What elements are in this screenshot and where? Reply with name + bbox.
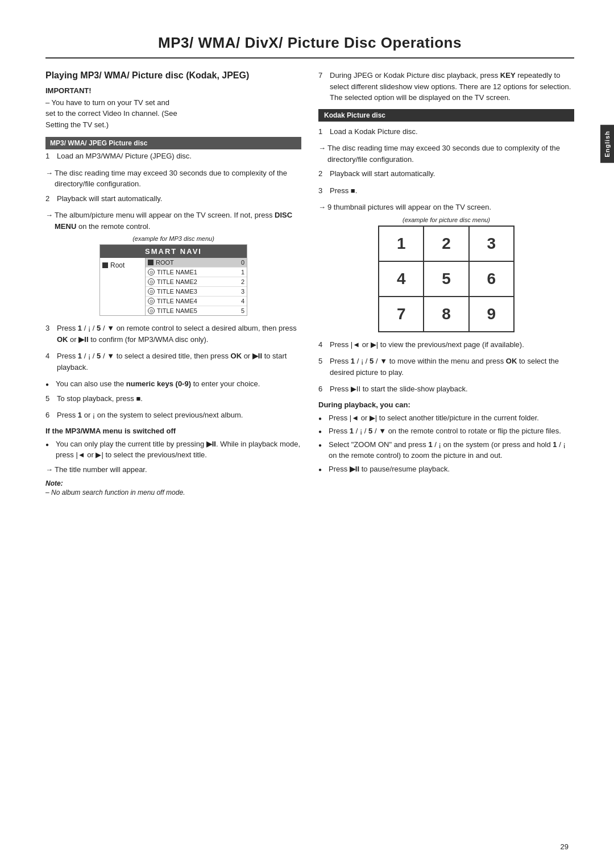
- kodak-step1-arrow: The disc reading time may exceed 30 seco…: [318, 143, 574, 165]
- kodak-step-4: 4 Press |◄ or ▶| to view the previous/ne…: [318, 339, 574, 350]
- step-5: 5 To stop playback, press ■.: [45, 393, 301, 404]
- during-bullet-2: Press 1 / ¡ / 5 / ▼ on the remote contro…: [318, 425, 574, 437]
- page-title: MP3/ WMA/ DivX/ Picture Disc Operations: [45, 34, 574, 59]
- mp3-caption: (example for MP3 disc menu): [45, 235, 301, 242]
- disc-icon-2: ⊙: [148, 278, 155, 285]
- during-playback-title: During playback, you can:: [318, 400, 574, 409]
- during-bullet-4: Press ▶II to pause/resume playback.: [318, 464, 574, 475]
- note-section: Note: – No album search function in menu…: [45, 479, 301, 496]
- switched-off-arrow: The title number will appear.: [45, 464, 301, 475]
- important-text: – You have to turn on your TV set and se…: [45, 97, 301, 131]
- step6-list: 6 Press 1 or ¡ on the system to select p…: [45, 410, 301, 421]
- important-label: IMPORTANT!: [45, 86, 301, 95]
- grid-cell-6: 6: [469, 261, 514, 297]
- navi-row-root: ROOT 0: [146, 258, 247, 268]
- kodak-step4-list: 4 Press |◄ or ▶| to view the previous/ne…: [318, 339, 574, 350]
- grid-cell-5: 5: [424, 261, 468, 297]
- english-tab: English: [600, 125, 614, 163]
- step4-list: 4 Press 1 / ¡ / 5 / ▼ to select a desire…: [45, 350, 301, 373]
- step3-list: 3 Press 1 / ¡ / 5 / ▼ on remote control …: [45, 323, 301, 345]
- note-label: Note:: [45, 479, 301, 487]
- grid-cell-1: 1: [379, 226, 424, 261]
- disc-icon-1: ⊙: [148, 269, 155, 276]
- navi-row-4: ⊙ TITLE NAME4 4: [146, 297, 247, 306]
- numeric-bullet: You can also use the numeric keys (0-9) …: [45, 378, 301, 390]
- navi-row-2: ⊙ TITLE NAME2 2: [146, 277, 247, 287]
- disc-icon-3: ⊙: [148, 288, 155, 295]
- smart-navi-right: ROOT 0 ⊙ TITLE NAME1 1 ⊙ TITLE NAME2 2: [146, 258, 247, 315]
- section-title: Playing MP3/ WMA/ Picture disc (Kodak, J…: [45, 70, 301, 82]
- navi-row-1: ⊙ TITLE NAME1 1: [146, 268, 247, 277]
- navi-row-5: ⊙ TITLE NAME5 5: [146, 306, 247, 315]
- kodak-step3-arrow: 9 thumbnail pictures will appear on the …: [318, 202, 574, 213]
- left-column: Playing MP3/ WMA/ Picture disc (Kodak, J…: [45, 70, 301, 496]
- smart-navi-body: Root ROOT 0 ⊙ TITLE NAME1 1: [100, 258, 247, 315]
- kodak-step3-list: 3 Press ■.: [318, 185, 574, 197]
- step-7: 7 During JPEG or Kodak Picture disc play…: [318, 70, 574, 103]
- right-column: 7 During JPEG or Kodak Picture disc play…: [318, 70, 574, 496]
- kodak-box-header: Kodak Picture disc: [318, 109, 574, 122]
- disc-icon-5: ⊙: [148, 307, 155, 314]
- step5-list: 5 To stop playback, press ■.: [45, 393, 301, 404]
- step1-arrow: The disc reading time may exceed 30 seco…: [45, 168, 301, 190]
- two-col-layout: Playing MP3/ WMA/ Picture disc (Kodak, J…: [45, 70, 574, 496]
- steps-list: 1 Load an MP3/WMA/ Picture (JPEG) disc.: [45, 151, 301, 162]
- picture-grid: 1 2 3 4 5 6 7 8 9: [378, 226, 515, 332]
- step-1: 1 Load an MP3/WMA/ Picture (JPEG) disc.: [45, 151, 301, 162]
- smart-navi-left: Root: [100, 258, 146, 315]
- kodak-step-5: 5 Press 1 / ¡ / 5 / ▼ to move within the…: [318, 356, 574, 378]
- during-bullet-3: Select "ZOOM ON" and press 1 / ¡ on the …: [318, 439, 574, 461]
- during-bullets: Press |◄ or ▶| to select another title/p…: [318, 412, 574, 475]
- picture-caption: (example for picture disc menu): [318, 216, 574, 223]
- grid-cell-3: 3: [469, 226, 514, 261]
- step-2: 2 Playback will start automatically.: [45, 193, 301, 205]
- kodak-step-6: 6 Press ▶II to start the slide-show play…: [318, 383, 574, 395]
- root-item: Root: [102, 260, 143, 270]
- switched-off-bullets: You can only play the current title by p…: [45, 439, 301, 461]
- grid-cell-2: 2: [424, 226, 468, 261]
- note-text: – No album search function in menu off m…: [45, 489, 301, 496]
- smart-navi-box: SMART NAVI Root ROOT 0: [99, 244, 247, 316]
- kodak-step-3: 3 Press ■.: [318, 185, 574, 197]
- step-4: 4 Press 1 / ¡ / 5 / ▼ to select a desire…: [45, 350, 301, 373]
- navi-row-3: ⊙ TITLE NAME3 3: [146, 287, 247, 297]
- grid-cell-4: 4: [379, 261, 424, 297]
- page-container: English MP3/ WMA/ DivX/ Picture Disc Ope…: [0, 0, 614, 868]
- square-icon: [102, 262, 108, 268]
- kodak-step-2: 2 Playback will start automatically.: [318, 168, 574, 180]
- disc-icon-4: ⊙: [148, 298, 155, 304]
- grid-cell-8: 8: [424, 297, 468, 332]
- during-bullet-1: Press |◄ or ▶| to select another title/p…: [318, 412, 574, 424]
- kodak-step5-list: 5 Press 1 / ¡ / 5 / ▼ to move within the…: [318, 356, 574, 378]
- step2-list: 2 Playback will start automatically.: [45, 193, 301, 205]
- mp3-box-header: MP3/ WMA/ JPEG Picture disc: [45, 137, 301, 149]
- kodak-step-1: 1 Load a Kodak Picture disc.: [318, 126, 574, 137]
- kodak-step1-list: 1 Load a Kodak Picture disc.: [318, 126, 574, 137]
- grid-cell-7: 7: [379, 297, 424, 332]
- step-3: 3 Press 1 / ¡ / 5 / ▼ on remote control …: [45, 323, 301, 345]
- smart-navi-header: SMART NAVI: [100, 245, 247, 258]
- page-number: 29: [561, 842, 569, 851]
- bullet-numeric: You can also use the numeric keys (0-9) …: [45, 378, 301, 390]
- step-6: 6 Press 1 or ¡ on the system to select p…: [45, 410, 301, 421]
- grid-cell-9: 9: [469, 297, 514, 332]
- kodak-step2-list: 2 Playback will start automatically.: [318, 168, 574, 180]
- square-icon-small: [148, 260, 154, 265]
- switched-off-bullet-1: You can only play the current title by p…: [45, 439, 301, 461]
- step7-list: 7 During JPEG or Kodak Picture disc play…: [318, 70, 574, 103]
- switched-off-title: If the MP3/WMA menu is switched off: [45, 427, 301, 435]
- kodak-step6-list: 6 Press ▶II to start the slide-show play…: [318, 383, 574, 395]
- step2-arrow: The album/picture menu will appear on th…: [45, 210, 301, 232]
